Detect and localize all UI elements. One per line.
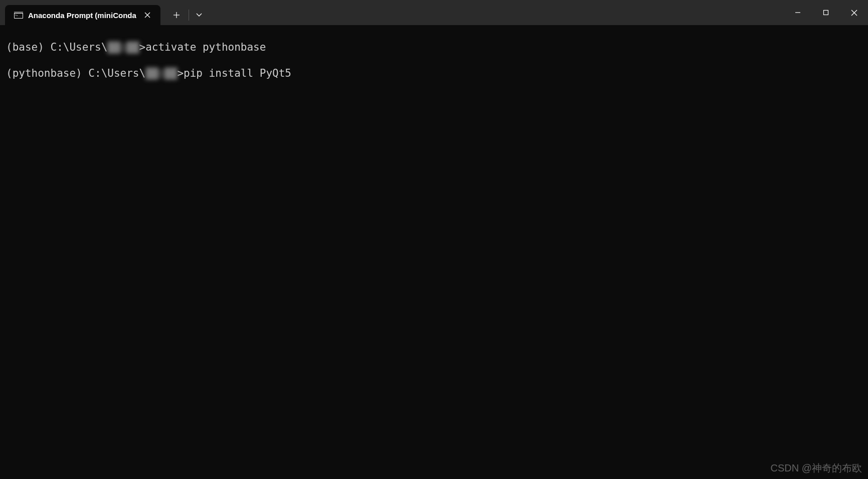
watermark: CSDN @神奇的布欧 [770, 461, 862, 475]
tab-close-button[interactable] [141, 9, 153, 21]
terminal-line: (pythonbase) C:\Users\▓▓ ▓▓>pip install … [6, 66, 862, 81]
prompt-sep: > [139, 41, 146, 53]
minimize-button[interactable] [784, 0, 812, 25]
tab-dropdown-button[interactable] [189, 5, 209, 25]
terminal-tab[interactable]: Anaconda Prompt (miniConda [5, 5, 160, 25]
command-text: activate pythonbase [145, 41, 266, 53]
svg-rect-2 [15, 14, 23, 18]
prompt-text: (pythonbase) C:\Users\ [6, 67, 145, 79]
tab-title: Anaconda Prompt (miniConda [28, 11, 136, 20]
close-window-button[interactable] [840, 0, 868, 25]
terminal-icon [14, 11, 23, 20]
tab-area: Anaconda Prompt (miniConda [0, 0, 209, 25]
svg-rect-9 [824, 11, 828, 15]
redacted-username: ▓▓ ▓▓ [107, 43, 139, 52]
title-bar: Anaconda Prompt (miniConda [0, 0, 868, 25]
maximize-button[interactable] [812, 0, 840, 25]
redacted-username: ▓▓ ▓▓ [145, 69, 177, 78]
new-tab-button[interactable] [166, 5, 187, 25]
svg-rect-1 [14, 12, 23, 13]
command-text: pip install PyQt5 [184, 67, 291, 79]
terminal-line: (base) C:\Users\▓▓ ▓▓>activate pythonbas… [6, 40, 862, 55]
terminal-body[interactable]: (base) C:\Users\▓▓ ▓▓>activate pythonbas… [0, 25, 868, 479]
prompt-sep: > [177, 67, 184, 79]
window-controls [784, 0, 868, 25]
prompt-text: (base) C:\Users\ [6, 41, 107, 53]
